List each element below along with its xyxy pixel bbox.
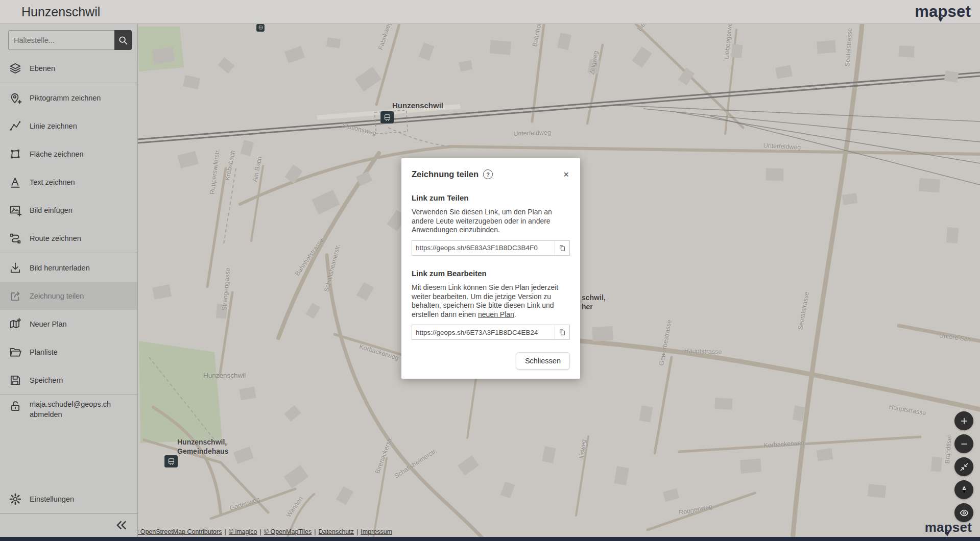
gear-icon (9, 493, 22, 506)
share-link-description: Verwenden Sie diesen Link, um den Plan a… (412, 208, 566, 235)
transit-stop-icon-small[interactable] (256, 24, 265, 32)
pin-plus-icon (9, 91, 22, 105)
sidebar-item-zeichnung-teilen[interactable]: Zeichnung teilen (0, 282, 137, 310)
bottom-brand-bar (0, 537, 980, 541)
share-link-heading: Link zum Teilen (412, 193, 570, 202)
schliessen-button[interactable]: Schliessen (516, 352, 570, 370)
search-icon (117, 35, 129, 46)
polygon-icon (9, 147, 22, 161)
lock-open-icon (9, 400, 22, 413)
sidebar-item-bild-herunterladen[interactable]: Bild herunterladen (0, 254, 137, 282)
share-url-input[interactable] (412, 241, 554, 255)
collapse-row (0, 514, 137, 537)
close-icon[interactable]: × (562, 168, 570, 180)
bus-stop-icon[interactable] (164, 455, 178, 468)
zoom-out-button[interactable] (954, 434, 973, 453)
sidebar-item-label: maja.schudel@geops.chabmelden (30, 400, 111, 420)
plus-icon (959, 416, 969, 426)
route-icon (9, 232, 22, 245)
sidebar-item-label: Text zeichnen (30, 178, 75, 186)
attribution-link-openmaptiles[interactable]: © OpenMapTiles (264, 528, 312, 535)
edit-link-field (412, 325, 570, 340)
image-plus-icon (9, 204, 22, 217)
dialog-header: Zeichnung teilen ? × (412, 168, 570, 180)
attribution-link-impressum[interactable]: Impressum (361, 528, 392, 535)
sidebar-bottom: Einstellungen (0, 485, 137, 537)
sidebar-item-label: Planliste (30, 348, 58, 356)
sidebar-collapse-button[interactable] (113, 517, 130, 535)
help-icon[interactable]: ? (483, 169, 493, 179)
chevrons-left-icon (114, 518, 129, 533)
sidebar-item-fläche-zeichnen[interactable]: Fläche zeichnen (0, 140, 137, 168)
sidebar-item-label: Bild herunterladen (30, 264, 90, 272)
copy-share-url-button[interactable] (554, 241, 569, 255)
sidebar-item-neuer-plan[interactable]: Neuer Plan (0, 310, 137, 338)
map-controls (954, 411, 973, 522)
separator: | (356, 528, 358, 535)
copy-edit-url-button[interactable] (554, 325, 569, 339)
dialog-title: Zeichnung teilen (412, 169, 479, 179)
share-link-field (412, 240, 570, 256)
separator: | (225, 528, 226, 535)
folder-icon (9, 346, 22, 359)
share-icon (9, 289, 22, 303)
copy-icon (558, 328, 566, 336)
stop-search (8, 30, 129, 50)
search-button[interactable] (114, 30, 132, 50)
download-icon (9, 261, 22, 275)
fit-extent-button[interactable] (954, 457, 973, 476)
sidebar-item-label: Linie zeichnen (30, 122, 77, 130)
polyline-icon (9, 119, 22, 133)
sidebar-item-label: Speichern (30, 376, 63, 384)
compass-icon (959, 485, 969, 495)
divider (0, 253, 137, 253)
divider (0, 83, 137, 83)
edit-link-description: Mit diesem Link können Sie den Plan jede… (412, 283, 566, 319)
share-dialog: Zeichnung teilen ? × Link zum Teilen Ver… (401, 158, 580, 379)
sidebar-item-einstellungen[interactable]: Einstellungen (0, 485, 137, 513)
attribution-link-openstreetmap-contributors[interactable]: © OpenStreetMap Contributors (134, 528, 222, 535)
sidebar-menu: EbenenPiktogramm zeichnenLinie zeichnenF… (0, 54, 137, 431)
new-plan-link[interactable]: neuen Plan (478, 310, 514, 318)
compress-icon (959, 462, 969, 472)
sidebar-item-linie-zeichnen[interactable]: Linie zeichnen (0, 112, 137, 140)
save-icon (9, 374, 22, 387)
sidebar-item-speichern[interactable]: Speichern (0, 366, 137, 394)
separator: | (260, 528, 261, 535)
minus-icon (959, 439, 969, 449)
sidebar-item-label: Ebenen (30, 64, 55, 72)
sidebar-item-label: Zeichnung teilen (30, 292, 84, 300)
sidebar-item-planliste[interactable]: Planliste (0, 338, 137, 366)
attribution-link-datenschutz[interactable]: Datenschutz (319, 528, 354, 535)
sidebar-item-label: Fläche zeichnen (30, 150, 84, 158)
sidebar: EbenenPiktogramm zeichnenLinie zeichnenF… (0, 24, 138, 537)
zoom-in-button[interactable] (954, 411, 973, 430)
sidebar-item-ebenen[interactable]: Ebenen (0, 54, 137, 82)
page-title: Hunzenschwil (21, 5, 100, 19)
text-icon (9, 176, 22, 189)
search-input[interactable] (8, 30, 114, 50)
copy-icon (558, 244, 566, 252)
sidebar-item-text-zeichnen[interactable]: Text zeichnen (0, 168, 137, 196)
edit-url-input[interactable] (412, 325, 554, 339)
sidebar-item-account-logout[interactable]: maja.schudel@geops.chabmelden (0, 396, 137, 431)
separator: | (314, 528, 316, 535)
sidebar-item-label: Neuer Plan (30, 320, 67, 328)
divider (0, 395, 137, 395)
sidebar-item-label: Einstellungen (30, 495, 74, 503)
sidebar-item-piktogramm-zeichnen[interactable]: Piktogramm zeichnen (0, 84, 137, 112)
train-station-icon[interactable] (380, 111, 394, 124)
attribution-link-imagico[interactable]: © imagico (229, 528, 257, 535)
layers-icon (9, 62, 22, 75)
attribution-bar: © OpenStreetMap Contributors|© imagico|©… (134, 528, 392, 535)
north-compass-button[interactable] (954, 480, 973, 499)
divider (0, 513, 137, 514)
sidebar-item-label: Piktogramm zeichnen (30, 94, 101, 102)
sidebar-item-bild-einfügen[interactable]: Bild einfügen (0, 196, 137, 224)
map-plus-icon (9, 317, 22, 331)
sidebar-item-label: Bild einfügen (30, 206, 73, 214)
header-bar: Hunzenschwil mapset (0, 0, 980, 24)
edit-link-heading: Link zum Bearbeiten (412, 269, 570, 278)
sidebar-item-label: Route zeichnen (30, 234, 81, 242)
sidebar-item-route-zeichnen[interactable]: Route zeichnen (0, 224, 137, 252)
